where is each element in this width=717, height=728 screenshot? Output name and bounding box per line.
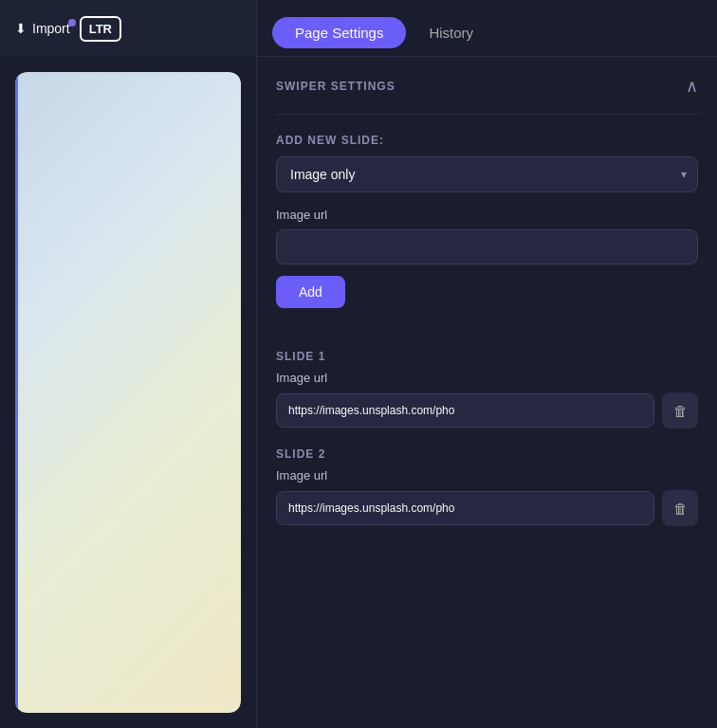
collapse-button[interactable]: ∧ <box>686 76 698 97</box>
slide-2-url-input[interactable] <box>276 491 654 525</box>
slide-1-input-row: 🗑 <box>276 392 698 428</box>
slide-2-input-row: 🗑 <box>276 490 698 526</box>
tab-history[interactable]: History <box>406 17 496 48</box>
swiper-settings-title: SWIPER SETTINGS <box>276 80 395 93</box>
trash-icon-2: 🗑 <box>673 500 688 517</box>
dot-indicator <box>68 19 76 27</box>
add-button[interactable]: Add <box>276 276 345 308</box>
trash-icon: 🗑 <box>673 403 688 419</box>
image-url-input-new[interactable] <box>276 229 698 264</box>
add-new-slide-section: ADD NEW SLIDE: Image only ▾ Image url Ad… <box>276 134 698 331</box>
chevron-up-icon: ∧ <box>686 76 698 97</box>
canvas-border-left <box>15 72 18 713</box>
slide-2-section: SLIDE 2 Image url 🗑 <box>276 447 698 526</box>
slide-type-select[interactable]: Image only <box>276 156 698 192</box>
ltr-button[interactable]: LTR <box>80 16 121 42</box>
slide-2-delete-button[interactable]: 🗑 <box>662 490 698 526</box>
slide-1-delete-button[interactable]: 🗑 <box>662 392 698 428</box>
tab-page-settings[interactable]: Page Settings <box>272 17 406 48</box>
slide-2-image-url-label: Image url <box>276 468 698 482</box>
slide-1-label: SLIDE 1 <box>276 350 698 363</box>
section-divider <box>276 114 698 115</box>
canvas-area <box>15 72 241 713</box>
add-new-slide-label: ADD NEW SLIDE: <box>276 134 698 147</box>
slide-type-select-wrapper: Image only ▾ <box>276 156 698 192</box>
panel-content: SWIPER SETTINGS ∧ ADD NEW SLIDE: Image o… <box>257 57 717 728</box>
slide-2-label: SLIDE 2 <box>276 447 698 461</box>
slide-1-section: SLIDE 1 Image url 🗑 <box>276 350 698 428</box>
sidebar: ⬇ Import LTR <box>0 0 256 728</box>
tabs-bar: Page Settings History <box>257 0 717 57</box>
right-panel: Page Settings History SWIPER SETTINGS ∧ … <box>256 0 717 728</box>
image-url-label-new: Image url <box>276 208 698 222</box>
import-label: Import <box>32 21 70 36</box>
slide-1-image-url-label: Image url <box>276 371 698 385</box>
canvas-preview <box>15 72 241 713</box>
import-icon: ⬇ <box>15 21 27 36</box>
sidebar-toolbar: ⬇ Import LTR <box>0 0 256 57</box>
slide-1-url-input[interactable] <box>276 393 654 428</box>
swiper-settings-header: SWIPER SETTINGS ∧ <box>276 76 698 97</box>
import-button[interactable]: ⬇ Import <box>15 21 70 36</box>
